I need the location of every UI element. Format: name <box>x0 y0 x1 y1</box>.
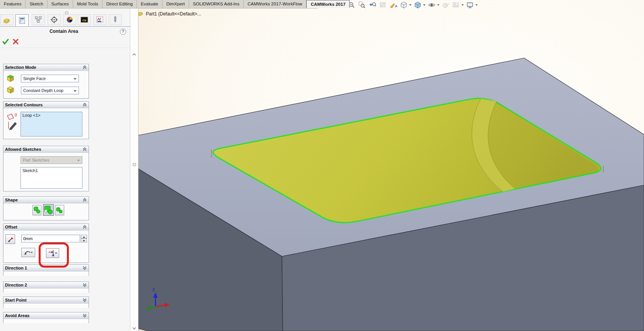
start-point-group: Start Point <box>3 297 89 308</box>
dimxpert-manager-tab[interactable] <box>48 14 61 25</box>
direction-2-group: Direction 2 <box>3 282 89 293</box>
collapse-chevron-up-icon <box>82 225 87 229</box>
shape-island-button[interactable] <box>43 204 54 216</box>
menu-tab-camworks-2017-workflow[interactable]: CAMWorks 2017-WorkFlow <box>244 0 306 8</box>
camworks-feature-tree-tab[interactable]: CW <box>78 14 91 25</box>
cancel-x-icon[interactable] <box>12 38 20 46</box>
menu-tab-sketch[interactable]: Sketch <box>26 0 47 8</box>
offset-title: Offset <box>5 225 17 229</box>
contour-list-item[interactable]: Loop <1> <box>22 113 80 118</box>
sketch-filter-dropdown: Part Sketches <box>20 156 82 164</box>
panel-viewport-splitter[interactable] <box>130 9 138 331</box>
open-pocket-shape-icon <box>56 206 63 214</box>
shape-title: Shape <box>5 198 18 202</box>
display-manager-tab[interactable] <box>63 14 76 25</box>
triad-z-label: Z <box>152 288 155 292</box>
offset-header[interactable]: Offset <box>3 224 89 230</box>
loop-mode-dropdown[interactable]: Constant Depth Loop <box>21 87 79 94</box>
avoid-areas-header[interactable]: Avoid Areas <box>3 312 89 319</box>
help-icon[interactable]: ? <box>120 29 126 35</box>
menu-tab-dimxpert[interactable]: DimXpert <box>162 0 189 8</box>
shape-header[interactable]: Shape <box>3 197 89 203</box>
menu-tab-direct-editing[interactable]: Direct Editing <box>102 0 137 8</box>
manager-tab-strip: CW <box>0 14 130 27</box>
section-view-icon[interactable] <box>379 1 387 9</box>
ok-check-icon[interactable] <box>2 38 10 46</box>
expand-chevron-down-icon <box>82 283 87 287</box>
single-face-cube-icon <box>5 73 15 85</box>
display-style-caret-icon[interactable] <box>423 4 425 6</box>
curved-leadin-icon <box>24 249 31 256</box>
offset-value-input[interactable] <box>21 235 80 242</box>
leadin-caret-icon <box>31 252 33 253</box>
property-manager-tab[interactable] <box>15 14 29 26</box>
shape-open-pocket-button[interactable] <box>55 205 64 215</box>
view-orientation-icon[interactable] <box>400 1 408 9</box>
offset-arrow-icon <box>7 235 14 243</box>
start-point-title: Start Point <box>5 298 27 302</box>
camworks-operation-tree-tab[interactable] <box>93 14 106 25</box>
selected-contours-listbox[interactable]: Loop <1> <box>20 112 82 136</box>
contour-icon-badge: 0 <box>15 113 17 117</box>
camworks-tools-tab[interactable] <box>109 14 122 25</box>
menu-tab-mold-tools[interactable]: Mold Tools <box>73 0 102 8</box>
island-shape-icon <box>44 205 53 215</box>
collapse-chevron-up-icon <box>82 65 87 69</box>
menu-tab-surfaces[interactable]: Surfaces <box>48 0 73 8</box>
scroll-down-icon[interactable] <box>132 325 137 329</box>
edit-appearance-icon[interactable] <box>441 1 450 9</box>
face-mode-dropdown[interactable]: Single Face <box>21 75 79 82</box>
hide-show-items-icon[interactable] <box>427 1 436 9</box>
panel-divider <box>0 48 130 48</box>
depth-loop-cube-icon <box>5 85 15 96</box>
hide-show-items-caret-icon[interactable] <box>437 4 439 6</box>
menu-tab-features[interactable]: Features <box>0 0 26 8</box>
allowed-sketches-listbox[interactable]: Sketch1 <box>20 167 82 189</box>
selection-mode-title: Selection Mode <box>5 65 36 70</box>
command-manager-tab-bar: FeaturesSketchSurfacesMold ToolsDirect E… <box>0 0 318 9</box>
feature-tree-root[interactable]: Part1 (Default<<Default>... <box>132 10 201 17</box>
start-point-header[interactable]: Start Point <box>3 297 89 304</box>
heads-up-view-toolbar: A <box>347 1 478 9</box>
sketch-annotation-icon[interactable]: A <box>389 1 398 9</box>
splitter-grip[interactable] <box>133 163 136 166</box>
contour-select-icon: 0 <box>5 112 19 133</box>
solidworks-camworks-window: Z FeaturesSketchSurfacesMold ToolsDirect… <box>0 0 644 331</box>
view-settings-caret-icon[interactable] <box>475 4 478 6</box>
collapse-chevron-up-icon <box>82 103 87 107</box>
selected-contours-header[interactable]: Selected Contours <box>3 102 89 108</box>
loop-mode-value: Constant Depth Loop <box>23 88 63 93</box>
shape-pocket-button[interactable] <box>32 205 41 215</box>
allowed-sketches-group: Allowed Sketches Part Sketches Sketch1 <box>3 146 89 191</box>
sketch-filter-value: Part Sketches <box>23 158 49 162</box>
offset-spinner <box>81 235 87 242</box>
previous-view-icon[interactable] <box>368 1 377 9</box>
expand-chevron-down-icon <box>82 266 87 270</box>
leadin-type-button[interactable] <box>21 248 35 257</box>
menu-tab-camworks-2017[interactable]: CAMWorks 2017 <box>306 0 350 8</box>
feature-manager-tab[interactable] <box>0 14 14 25</box>
pocket-shape-icon <box>33 206 41 214</box>
view-orientation-caret-icon[interactable] <box>409 4 412 6</box>
selection-mode-header[interactable]: Selection Mode <box>3 64 89 71</box>
menu-tab-solidworks-add-ins[interactable]: SOLIDWORKS Add-Ins <box>189 0 244 8</box>
apply-scene-caret-icon[interactable] <box>461 4 464 6</box>
spinner-down-button[interactable] <box>81 239 87 242</box>
offset-distance-button[interactable] <box>5 234 15 244</box>
view-settings-icon[interactable] <box>466 1 474 9</box>
document-title[interactable]: Part1 (Default<<Default>... <box>146 11 201 17</box>
display-style-icon[interactable] <box>413 1 422 9</box>
zoom-to-area-icon[interactable] <box>358 1 366 9</box>
spinner-up-button[interactable] <box>81 235 87 239</box>
configuration-manager-tab[interactable] <box>32 14 45 25</box>
allowed-sketches-header[interactable]: Allowed Sketches <box>3 146 89 153</box>
selected-contours-group: Selected Contours 0 Loop <1> <box>3 101 89 139</box>
allowed-sketches-title: Allowed Sketches <box>5 147 41 152</box>
direction-2-header[interactable]: Direction 2 <box>3 282 89 288</box>
scroll-up-icon[interactable] <box>132 51 137 55</box>
menu-tab-evaluate[interactable]: Evaluate <box>137 0 162 8</box>
collapse-chevron-up-icon <box>82 198 87 202</box>
svg-text:A: A <box>395 4 397 8</box>
apply-scene-icon[interactable] <box>452 1 460 9</box>
sketch-list-item[interactable]: Sketch1 <box>22 168 80 173</box>
